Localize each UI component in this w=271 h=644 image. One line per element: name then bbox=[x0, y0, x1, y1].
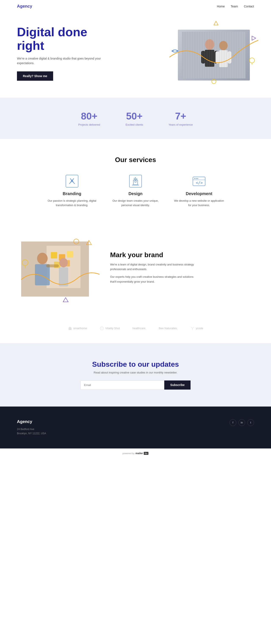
subscribe-section: Subscribe to our updates Read about insp… bbox=[0, 343, 271, 406]
social-twitter[interactable]: t bbox=[247, 419, 254, 426]
footer: Agency 24 Bedford Ave Brooklyn, NY 11222… bbox=[0, 406, 271, 448]
svg-rect-49 bbox=[59, 267, 68, 286]
svg-point-31 bbox=[197, 178, 198, 179]
svg-rect-50 bbox=[46, 264, 59, 267]
footer-top: Agency 24 Bedford Ave Brooklyn, NY 11222… bbox=[17, 419, 254, 436]
client-vitality: Vitality Shot bbox=[100, 326, 120, 330]
design-service-desc: Our design team creates your unique, per… bbox=[110, 199, 161, 208]
design-service-name: Design bbox=[110, 191, 161, 196]
footer-social: f in t bbox=[230, 419, 254, 426]
client-ycode: ycode bbox=[190, 326, 203, 330]
subscribe-subtitle: Read about inspiring creative case studi… bbox=[17, 371, 254, 374]
brand-image bbox=[21, 242, 89, 296]
stat-experience: 7+ Years of experience bbox=[169, 110, 193, 126]
svg-point-26 bbox=[135, 181, 136, 182]
svg-line-19 bbox=[70, 178, 74, 184]
email-input[interactable] bbox=[80, 380, 164, 390]
svg-point-46 bbox=[37, 253, 48, 264]
social-facebook[interactable]: f bbox=[230, 419, 236, 426]
services-title: Our services bbox=[17, 156, 254, 164]
stat-experience-label: Years of experience bbox=[169, 123, 193, 126]
stat-clients-label: Excited clients bbox=[126, 123, 143, 126]
stat-projects-number: 80+ bbox=[78, 110, 100, 122]
nav-link-team[interactable]: Team bbox=[231, 5, 238, 8]
vitality-icon bbox=[100, 326, 104, 330]
hero-section: Digital done right We're a creative digi… bbox=[0, 12, 271, 98]
branding-service-name: Branding bbox=[46, 191, 97, 196]
mailer-lite: lite bbox=[144, 452, 148, 455]
client-smarthome-label: smarthome bbox=[73, 327, 87, 330]
client-ycode-label: ycode bbox=[196, 327, 203, 330]
nav-links: Home Team Contact bbox=[217, 5, 254, 8]
hero-image bbox=[178, 30, 250, 80]
svg-line-18 bbox=[69, 178, 74, 184]
nav-link-home[interactable]: Home bbox=[217, 5, 225, 8]
client-healthcare: healthcare. bbox=[133, 327, 146, 330]
svg-point-48 bbox=[59, 258, 68, 267]
stat-projects: 80+ Projects delivered bbox=[78, 110, 100, 126]
branding-service-desc: Our passion is strategic planning, digit… bbox=[46, 199, 97, 208]
brand-desc1: We're a team of digital design, brand cr… bbox=[110, 262, 195, 272]
hero-image-inner bbox=[178, 30, 250, 80]
footer-logo: Agency bbox=[17, 419, 46, 424]
services-section: Our services Branding Our passion is str… bbox=[0, 139, 271, 220]
hero-title: Digital done right bbox=[17, 25, 106, 52]
footer-address-line2: Brooklyn, NY 11222, USA bbox=[17, 431, 46, 436]
client-vitality-label: Vitality Shot bbox=[105, 327, 120, 330]
stat-experience-number: 7+ bbox=[169, 110, 193, 122]
stats-section: 80+ Projects delivered 50+ Excited clien… bbox=[0, 98, 271, 139]
client-bee-label: Bee Naturalles. bbox=[159, 327, 178, 330]
social-linkedin[interactable]: in bbox=[238, 419, 245, 426]
hero-image-wrap: <> bbox=[174, 26, 254, 80]
nav-logo: Agency bbox=[17, 4, 32, 9]
development-service-name: Development bbox=[174, 191, 225, 196]
footer-info: Agency 24 Bedford Ave Brooklyn, NY 11222… bbox=[17, 419, 46, 436]
hero-photo-placeholder bbox=[182, 32, 246, 78]
brand-title: Mark your brand bbox=[110, 251, 195, 259]
ycode-icon bbox=[190, 326, 195, 330]
svg-point-29 bbox=[194, 178, 195, 179]
smarthome-icon bbox=[68, 326, 72, 330]
footer-address-line1: 24 Bedford Ave bbox=[17, 427, 46, 431]
brand-section: Mark your brand We're a team of digital … bbox=[0, 220, 271, 318]
svg-marker-0 bbox=[214, 21, 218, 25]
design-icon bbox=[129, 174, 142, 188]
subscribe-button[interactable]: Subscribe bbox=[164, 380, 191, 390]
stat-projects-label: Projects delivered bbox=[78, 123, 100, 126]
svg-text:<>: <> bbox=[172, 48, 179, 54]
mailer-brand: mailer bbox=[135, 452, 143, 455]
brand-desc2: Our experts help you craft creative busi… bbox=[110, 274, 195, 284]
client-smarthome: smarthome bbox=[68, 326, 87, 330]
development-icon: </> bbox=[192, 174, 206, 188]
brand-text: Mark your brand We're a team of digital … bbox=[110, 251, 195, 287]
nav-link-contact[interactable]: Contact bbox=[244, 5, 254, 8]
hero-subtitle: We're a creative digital & branding stud… bbox=[17, 56, 106, 66]
powered-by: powered by mailer lite bbox=[0, 448, 271, 458]
client-healthcare-label: healthcare. bbox=[133, 327, 146, 330]
branding-icon bbox=[65, 174, 79, 188]
development-service-desc: We develop a new website or application … bbox=[174, 199, 225, 208]
svg-point-3 bbox=[250, 58, 255, 63]
svg-rect-41 bbox=[51, 252, 57, 258]
svg-rect-43 bbox=[67, 251, 73, 258]
svg-marker-1 bbox=[252, 36, 256, 40]
service-card-branding: Branding Our passion is strategic planni… bbox=[46, 174, 97, 208]
svg-rect-17 bbox=[66, 175, 78, 187]
svg-rect-15 bbox=[182, 32, 246, 78]
navbar: Agency Home Team Contact bbox=[0, 0, 271, 12]
powered-by-label: powered by bbox=[123, 452, 135, 454]
subscribe-form: Subscribe bbox=[80, 380, 191, 390]
stat-clients-number: 50+ bbox=[126, 110, 143, 122]
stat-clients: 50+ Excited clients bbox=[126, 110, 143, 126]
svg-point-30 bbox=[196, 178, 197, 179]
svg-rect-47 bbox=[35, 264, 50, 285]
brand-image-wrap bbox=[17, 237, 97, 301]
svg-rect-27 bbox=[132, 185, 139, 185]
service-card-development: </> Development We develop a new website… bbox=[174, 174, 225, 208]
hero-cta-button[interactable]: Really? Show me bbox=[17, 72, 53, 81]
hero-text: Digital done right We're a creative digi… bbox=[17, 25, 106, 81]
clients-section: smarthome Vitality Shot healthcare. Bee … bbox=[0, 318, 271, 343]
subscribe-title: Subscribe to our updates bbox=[17, 360, 254, 368]
svg-point-51 bbox=[100, 327, 104, 330]
services-grid: Branding Our passion is strategic planni… bbox=[17, 174, 254, 208]
